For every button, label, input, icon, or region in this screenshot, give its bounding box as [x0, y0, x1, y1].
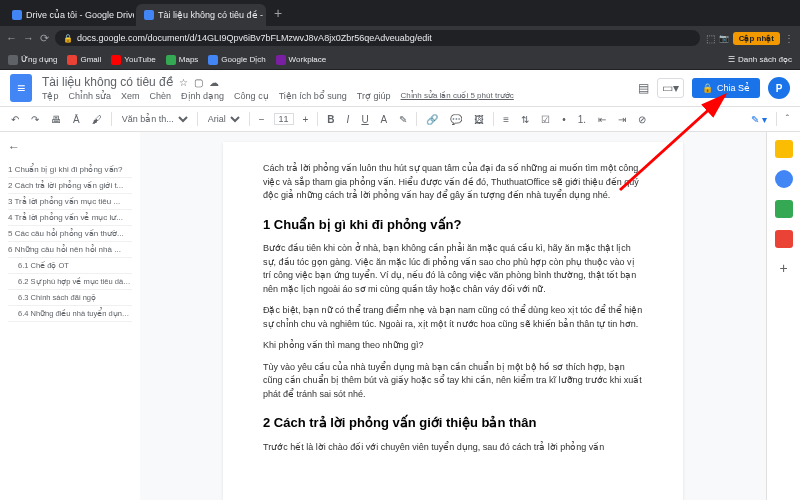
paragraph[interactable]: Bước đầu tiên khi còn ở nhà, bạn không c… [263, 242, 643, 296]
line-spacing-icon[interactable]: ⇅ [518, 112, 532, 127]
menu-addons[interactable]: Tiện ích bổ sung [279, 91, 347, 101]
decrease-indent-icon[interactable]: ⇤ [595, 112, 609, 127]
keep-icon[interactable] [775, 140, 793, 158]
edit-history-link[interactable]: Chỉnh sửa lần cuối 5 phút trước [401, 91, 514, 101]
text-color-icon[interactable]: A [378, 112, 391, 127]
comment-icon[interactable]: 💬 [447, 112, 465, 127]
outline-subitem[interactable]: 6.3 Chính sách đãi ngộ [8, 290, 132, 306]
document-canvas[interactable]: Cách trả lời phỏng vấn luôn thu hút sự q… [140, 132, 766, 500]
bookmark-workplace[interactable]: Workplace [276, 55, 327, 65]
increase-indent-icon[interactable]: ⇥ [615, 112, 629, 127]
decrease-font-icon[interactable]: − [256, 112, 268, 127]
move-icon[interactable]: ▢ [194, 77, 203, 88]
docs-logo-icon[interactable]: ≡ [10, 74, 32, 102]
highlight-icon[interactable]: ✎ [396, 112, 410, 127]
add-addon-icon[interactable]: + [779, 260, 787, 276]
paragraph[interactable]: Tùy vào yêu cầu của nhà tuyển dụng mà bạ… [263, 361, 643, 402]
browser-tab-docs[interactable]: Tài liệu không có tiêu đề - Go... × [136, 4, 266, 26]
menu-tools[interactable]: Công cụ [234, 91, 269, 101]
forward-icon[interactable]: → [23, 32, 34, 44]
comments-icon[interactable]: ▤ [638, 81, 649, 95]
bookmark-translate[interactable]: Google Dịch [208, 55, 265, 65]
document-page[interactable]: Cách trả lời phỏng vấn luôn thu hút sự q… [223, 142, 683, 500]
link-icon[interactable]: 🔗 [423, 112, 441, 127]
heading-2[interactable]: 2 Cách trả lời phỏng vấn giới thiệu bản … [263, 413, 643, 433]
redo-icon[interactable]: ↷ [28, 112, 42, 127]
docs-favicon [144, 10, 154, 20]
align-icon[interactable]: ≡ [500, 112, 512, 127]
bookmark-maps[interactable]: Maps [166, 55, 199, 65]
paragraph[interactable]: Đặc biệt, bạn nữ có thể trang điểm nhẹ v… [263, 304, 643, 331]
font-size-input[interactable] [274, 113, 294, 125]
bookmarks-bar: Ứng dụng Gmail YouTube Maps Google Dịch … [0, 50, 800, 70]
bm-label: Google Dịch [221, 55, 265, 64]
collapse-toolbar-icon[interactable]: ˆ [783, 112, 792, 127]
list-icon: ☰ [728, 55, 735, 64]
underline-icon[interactable]: U [358, 112, 371, 127]
menu-format[interactable]: Định dạng [181, 91, 224, 101]
bm-label: YouTube [124, 55, 155, 64]
reading-list-button[interactable]: ☰Danh sách đọc [728, 55, 792, 64]
menu-view[interactable]: Xem [121, 91, 140, 101]
image-icon[interactable]: 🖼 [471, 112, 487, 127]
update-button[interactable]: Cập nhật [733, 32, 780, 45]
outline-subitem[interactable]: 6.1 Chế độ OT [8, 258, 132, 274]
increase-font-icon[interactable]: + [300, 112, 312, 127]
undo-icon[interactable]: ↶ [8, 112, 22, 127]
share-button[interactable]: 🔒 Chia Sẻ [692, 78, 760, 98]
lock-icon: 🔒 [702, 83, 713, 93]
present-button[interactable]: ▭▾ [657, 78, 684, 98]
checklist-icon[interactable]: ☑ [538, 112, 553, 127]
italic-icon[interactable]: I [344, 112, 353, 127]
browser-tab-drive[interactable]: Drive của tôi - Google Drive × [4, 4, 134, 26]
menu-help[interactable]: Trợ giúp [357, 91, 391, 101]
extension-icon[interactable]: ⬚ [706, 33, 715, 44]
address-bar: ← → ⟳ 🔒 docs.google.com/document/d/14GLI… [0, 26, 800, 50]
style-select[interactable]: Văn bản th... [118, 113, 191, 125]
outline-back-icon[interactable]: ← [8, 140, 132, 154]
share-label: Chia Sẻ [717, 83, 750, 93]
outline-item[interactable]: 6 Những câu hỏi nên hỏi nhà ... [8, 242, 132, 258]
spellcheck-icon[interactable]: Ā [70, 112, 83, 127]
contacts-icon[interactable] [775, 200, 793, 218]
font-select[interactable]: Arial [204, 113, 243, 125]
outline-item[interactable]: 1 Chuẩn bị gì khi đi phỏng vấn? [8, 162, 132, 178]
menu-insert[interactable]: Chèn [150, 91, 172, 101]
outline-item[interactable]: 3 Trả lời phỏng vấn mục tiêu ... [8, 194, 132, 210]
document-title[interactable]: Tài liệu không có tiêu đề [42, 75, 173, 89]
paint-format-icon[interactable]: 🖌 [89, 112, 105, 127]
heading-1[interactable]: 1 Chuẩn bị gì khi đi phỏng vấn? [263, 215, 643, 235]
print-icon[interactable]: 🖶 [48, 112, 64, 127]
numbered-list-icon[interactable]: 1. [575, 112, 589, 127]
clear-format-icon[interactable]: ⊘ [635, 112, 649, 127]
bm-label: Workplace [289, 55, 327, 64]
formatting-toolbar: ↶ ↷ 🖶 Ā 🖌 Văn bản th... Arial − + B I U … [0, 106, 800, 132]
menu-file[interactable]: Tệp [42, 91, 59, 101]
star-icon[interactable]: ☆ [179, 77, 188, 88]
outline-item[interactable]: 2 Cách trả lời phỏng vấn giới t... [8, 178, 132, 194]
url-input[interactable]: 🔒 docs.google.com/document/d/14GLI9Qpv6i… [55, 30, 700, 46]
outline-item[interactable]: 4 Trả lời phỏng vấn vẻ mục lư... [8, 210, 132, 226]
outline-item[interactable]: 5 Các câu hỏi phỏng vấn thườ... [8, 226, 132, 242]
new-tab-button[interactable]: + [274, 5, 282, 21]
user-avatar[interactable]: P [768, 77, 790, 99]
menu-icon[interactable]: ⋮ [784, 33, 794, 44]
outline-subitem[interactable]: 6.4 Những điều nhà tuyển dụng ... [8, 306, 132, 322]
reload-icon[interactable]: ⟳ [40, 32, 49, 45]
paragraph[interactable]: Khi phỏng vấn thì mang theo những gì? [263, 339, 643, 353]
outline-subitem[interactable]: 6.2 Sự phù hợp về mục tiêu dài ... [8, 274, 132, 290]
paragraph[interactable]: Trước hết là lời chào đối với chuyên viê… [263, 441, 643, 455]
menu-edit[interactable]: Chỉnh sửa [69, 91, 112, 101]
editing-mode-icon[interactable]: ✎ ▾ [748, 112, 770, 127]
tasks-icon[interactable] [775, 170, 793, 188]
back-icon[interactable]: ← [6, 32, 17, 44]
bookmark-youtube[interactable]: YouTube [111, 55, 155, 65]
bold-icon[interactable]: B [324, 112, 337, 127]
cloud-icon[interactable]: ☁ [209, 77, 219, 88]
drive-favicon [12, 10, 22, 20]
bookmark-gmail[interactable]: Gmail [67, 55, 101, 65]
bullet-list-icon[interactable]: • [559, 112, 569, 127]
apps-button[interactable]: Ứng dụng [8, 55, 57, 65]
maps-addon-icon[interactable] [775, 230, 793, 248]
paragraph[interactable]: Cách trả lời phỏng vấn luôn thu hút sự q… [263, 162, 643, 203]
